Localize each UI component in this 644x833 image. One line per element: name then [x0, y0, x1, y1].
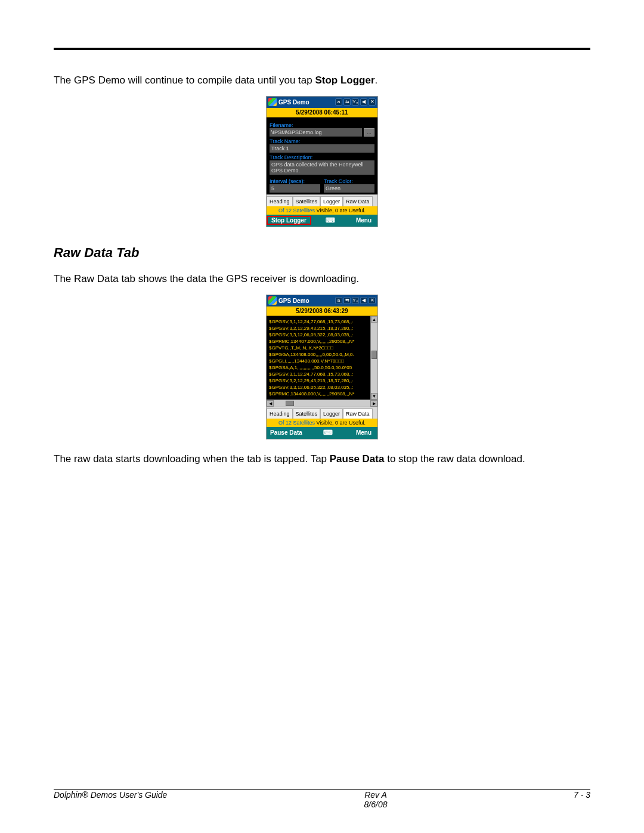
form: Filename: \IPSM\GPSDemo.log ... Track Na…: [267, 117, 377, 194]
sip-icon[interactable]: ⌨: [311, 216, 350, 224]
raw-line: $GPGSV,3,1,12,24,77,068,,15,73,068,,:: [269, 371, 377, 377]
vscroll-thumb[interactable]: [371, 351, 377, 359]
raw-data-area[interactable]: $GPGSV,3,1,12,24,77,068,,15,73,068,,: $G…: [267, 316, 377, 400]
tab-rawdata[interactable]: Raw Data: [343, 196, 373, 206]
tab-satellites[interactable]: Satellites: [293, 196, 321, 206]
browse-button[interactable]: ...: [364, 128, 374, 137]
scroll-right-arrow[interactable]: ▶: [370, 400, 377, 407]
hscroll-thumb[interactable]: [286, 401, 294, 406]
top-rule: [54, 48, 590, 50]
menu-button-2[interactable]: Menu: [350, 429, 377, 436]
screenshot-rawdata: GPS Demo a ⇆ Yₓ ◀ ✕ 5/29/2008 06:43:29 $…: [266, 295, 378, 439]
datetime-bar: 5/29/2008 06:45:11: [267, 108, 377, 117]
app-title: GPS Demo: [278, 99, 333, 106]
para3-pre: The raw data starts downloading when the…: [54, 453, 330, 465]
status-line: Of 12 Satellites Visible, 0 are Useful.: [267, 206, 377, 215]
footer-page: 7 - 3: [543, 790, 590, 809]
section-heading: Raw Data Tab: [54, 245, 590, 261]
color-label: Track Color:: [324, 178, 374, 184]
raw-line: $GPRMC,134407.000,V,,,,,,,290508,,,N*: [269, 338, 377, 345]
raw-line: $GPVTG,,T,,M,,N,,K,N*2C□□□: [269, 345, 377, 351]
filename-field[interactable]: \IPSM\GPSDemo.log: [270, 128, 362, 137]
para1-pre: The GPS Demo will continue to compile da…: [54, 75, 315, 86]
menu-button[interactable]: Menu: [350, 217, 377, 224]
filename-label: Filename:: [270, 122, 374, 128]
tab-rawdata-2[interactable]: Raw Data: [343, 408, 373, 419]
status-a: Of 12 Satellites: [278, 208, 315, 213]
raw-line: $GPGSV,3,3,12,06,05,322,,08,03,035,,:: [269, 332, 377, 338]
para3-post: to stop the raw data download.: [384, 453, 525, 465]
status-b-2: Visible, 0 are Useful.: [315, 420, 366, 426]
start-icon-2: [268, 296, 277, 305]
raw-line: $GPGGA,134408.000,,,,,0,00,50.0,,M,0.: [269, 351, 377, 358]
status-line-2: Of 12 Satellites Visible, 0 are Useful.: [267, 419, 377, 427]
para2: The Raw Data tab shows the data the GPS …: [54, 272, 590, 286]
para3-bold: Pause Data: [330, 453, 385, 465]
status-b: Visible, 0 are Useful.: [315, 208, 366, 213]
tab-heading[interactable]: Heading: [267, 196, 293, 206]
start-icon: [268, 98, 277, 106]
scroll-down-arrow[interactable]: ▼: [371, 393, 377, 400]
signal-icon-2: Yₓ: [352, 297, 359, 304]
trackname-label: Track Name:: [270, 138, 374, 144]
trackdesc-label: Track Description:: [270, 154, 374, 160]
intro-paragraph: The GPS Demo will continue to compile da…: [54, 74, 590, 88]
hscroll-track[interactable]: [274, 400, 370, 407]
menubar: Stop Logger ⌨ Menu: [267, 215, 377, 227]
tab-heading-2[interactable]: Heading: [267, 408, 293, 419]
tabbar-2: Heading Satellites Logger Raw Data: [267, 407, 377, 419]
horizontal-scrollbar[interactable]: ◀ ▶: [267, 400, 377, 407]
scroll-left-arrow[interactable]: ◀: [267, 400, 274, 407]
scroll-up-arrow[interactable]: ▲: [371, 316, 377, 323]
para1-bold: Stop Logger: [315, 75, 374, 86]
interval-label: Interval (secs):: [270, 178, 320, 184]
color-field[interactable]: Green: [324, 184, 374, 193]
footer-rev: Rev A: [209, 790, 543, 800]
status-icons-2: a ⇆ Yₓ ◀ ✕: [335, 297, 376, 304]
interval-field[interactable]: 5: [270, 184, 320, 193]
footer-title: Dolphin® Demos User's Guide: [54, 790, 209, 809]
volume-icon: ◀: [360, 98, 367, 106]
app-title-2: GPS Demo: [278, 298, 333, 304]
para1-post: .: [375, 75, 378, 86]
sync-icon: ⇆: [343, 98, 351, 106]
status-icons: a ⇆ Yₓ ◀ ✕: [335, 98, 376, 106]
raw-line: $GPGSV,3,1,12,24,77,068,,15,73,068,,:: [269, 318, 377, 325]
stop-logger-button[interactable]: Stop Logger: [267, 216, 311, 225]
sync-icon-2: ⇆: [343, 297, 351, 304]
status-a-2: Of 12 Satellites: [278, 420, 315, 426]
raw-line: $GPGSV,3,3,12,06,05,322,,08,03,035,,:: [269, 384, 377, 391]
pause-data-button[interactable]: Pause Data: [267, 429, 306, 436]
titlebar-2: GPS Demo a ⇆ Yₓ ◀ ✕: [267, 295, 377, 306]
icon-a: a: [335, 98, 342, 106]
tabbar: Heading Satellites Logger Raw Data: [267, 194, 377, 206]
menubar-2: Pause Data ⌨ Menu: [267, 427, 377, 439]
footer-date: 8/6/08: [209, 800, 543, 809]
signal-icon: Yₓ: [352, 98, 359, 106]
vertical-scrollbar[interactable]: ▲ ▼: [370, 316, 377, 400]
volume-icon-2: ◀: [360, 297, 367, 304]
tab-logger-2[interactable]: Logger: [320, 408, 343, 419]
para3: The raw data starts downloading when the…: [54, 453, 590, 466]
raw-line: $GPGSV,3,2,12,29,43,215,,18,37,280,,:: [269, 325, 377, 332]
close-icon: ✕: [369, 98, 376, 106]
raw-line: $GPGLL,,,,,134408.000,V,N*70□□□: [269, 358, 377, 364]
tab-logger[interactable]: Logger: [320, 196, 343, 206]
raw-line: $GPGSV,3,2,12,29,43,215,,18,37,280,,:: [269, 377, 377, 384]
sip-icon-2[interactable]: ⌨: [306, 429, 350, 436]
tab-satellites-2[interactable]: Satellites: [293, 408, 321, 419]
trackdesc-field[interactable]: GPS data collected with the Honeywell GP…: [270, 160, 374, 175]
titlebar: GPS Demo a ⇆ Yₓ ◀ ✕: [267, 97, 377, 108]
trackname-field[interactable]: Track 1: [270, 144, 374, 153]
raw-line: $GPGSA,A,1,,,,,,,,,,,,,50.0,50.0,50.0*05: [269, 364, 377, 371]
screenshot-logger: GPS Demo a ⇆ Yₓ ◀ ✕ 5/29/2008 06:45:11 F…: [266, 96, 378, 227]
raw-line: $GPRMC,134408.000,V,,,,,,,290508,,,N*: [269, 391, 377, 397]
footer: Dolphin® Demos User's Guide Rev A 8/6/08…: [54, 790, 590, 809]
datetime-bar-2: 5/29/2008 06:43:29: [267, 306, 377, 316]
icon-a-2: a: [335, 297, 342, 304]
close-icon-2: ✕: [369, 297, 376, 304]
